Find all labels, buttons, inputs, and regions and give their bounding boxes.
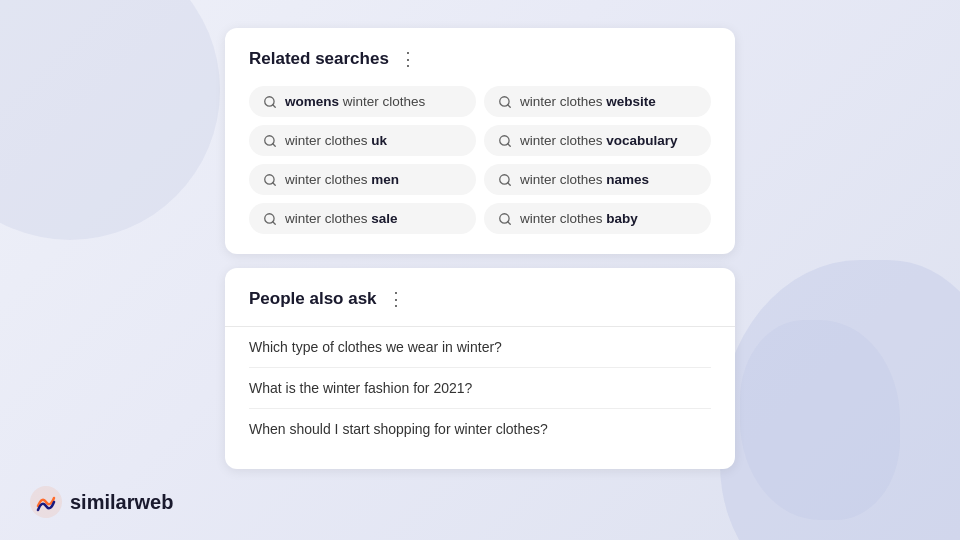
related-searches-card: Related searches ⋮ womens winter clothes… <box>225 28 735 254</box>
search-icon <box>263 212 277 226</box>
search-icon <box>498 95 512 109</box>
svg-line-13 <box>273 221 276 224</box>
chip-website-text: winter clothes website <box>520 94 656 109</box>
chip-men[interactable]: winter clothes men <box>249 164 476 195</box>
svg-line-9 <box>273 182 276 185</box>
svg-line-1 <box>273 104 276 107</box>
search-icon <box>498 173 512 187</box>
chip-sale[interactable]: winter clothes sale <box>249 203 476 234</box>
chip-website[interactable]: winter clothes website <box>484 86 711 117</box>
chip-baby-text: winter clothes baby <box>520 211 638 226</box>
paa-question-2[interactable]: What is the winter fashion for 2021? <box>249 368 711 409</box>
search-icon <box>263 173 277 187</box>
svg-line-7 <box>508 143 511 146</box>
search-icon <box>498 212 512 226</box>
logo: similarweb <box>30 486 173 518</box>
main-content: Related searches ⋮ womens winter clothes… <box>0 0 960 469</box>
paa-more-icon[interactable]: ⋮ <box>387 288 406 310</box>
svg-line-5 <box>273 143 276 146</box>
paa-question-1[interactable]: Which type of clothes we wear in winter? <box>249 327 711 368</box>
chip-uk-text: winter clothes uk <box>285 133 387 148</box>
related-searches-more-icon[interactable]: ⋮ <box>399 48 418 70</box>
chip-womens[interactable]: womens winter clothes <box>249 86 476 117</box>
search-icon <box>498 134 512 148</box>
svg-line-3 <box>508 104 511 107</box>
paa-header: People also ask ⋮ <box>249 288 711 310</box>
logo-text: similarweb <box>70 491 173 514</box>
chip-names-text: winter clothes names <box>520 172 649 187</box>
chip-men-text: winter clothes men <box>285 172 399 187</box>
chip-vocabulary[interactable]: winter clothes vocabulary <box>484 125 711 156</box>
chip-baby[interactable]: winter clothes baby <box>484 203 711 234</box>
search-icon <box>263 95 277 109</box>
paa-question-3[interactable]: When should I start shopping for winter … <box>249 409 711 449</box>
paa-title: People also ask <box>249 289 377 309</box>
chip-womens-text: womens winter clothes <box>285 94 425 109</box>
search-icon <box>263 134 277 148</box>
people-also-ask-card: People also ask ⋮ Which type of clothes … <box>225 268 735 469</box>
related-searches-title: Related searches <box>249 49 389 69</box>
svg-line-11 <box>508 182 511 185</box>
similarweb-logo-icon <box>30 486 62 518</box>
chip-vocabulary-text: winter clothes vocabulary <box>520 133 678 148</box>
chip-uk[interactable]: winter clothes uk <box>249 125 476 156</box>
related-searches-header: Related searches ⋮ <box>249 48 711 70</box>
svg-line-15 <box>508 221 511 224</box>
search-chips-grid: womens winter clothes winter clothes web… <box>249 86 711 234</box>
chip-names[interactable]: winter clothes names <box>484 164 711 195</box>
chip-sale-text: winter clothes sale <box>285 211 398 226</box>
